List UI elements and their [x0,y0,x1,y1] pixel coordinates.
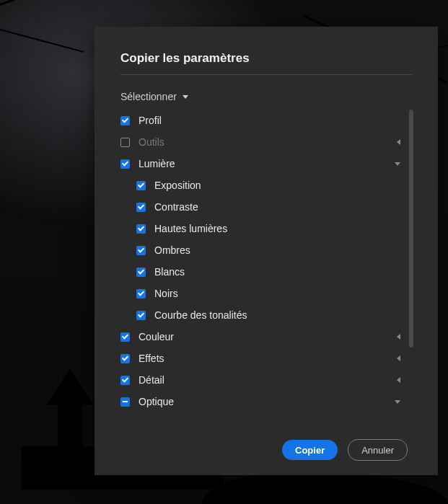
setting-row-blancs[interactable]: Blancs [120,261,400,283]
checkbox-effets[interactable] [120,354,130,363]
checkbox-courbe-tonalites[interactable] [136,311,146,320]
chevron-left-icon[interactable] [397,334,400,340]
setting-row-lumiere[interactable]: Lumière [120,153,400,174]
checkbox-couleur[interactable] [120,332,130,342]
select-dropdown[interactable]: Sélectionner [120,91,412,102]
setting-label: Profil [139,115,400,126]
cancel-button[interactable]: Annuler [348,439,408,461]
checkbox-profil[interactable] [120,116,130,125]
setting-label: Ombres [154,244,400,256]
setting-row-effets[interactable]: Effets [120,348,400,369]
checkbox-noirs[interactable] [136,289,146,299]
branch-decoration [0,29,84,53]
checkbox-outils[interactable] [120,138,130,147]
chevron-down-icon[interactable] [395,162,400,166]
chevron-left-icon[interactable] [397,355,400,361]
setting-row-couleur[interactable]: Couleur [120,326,400,348]
dialog-title: Copier les paramètres [120,51,412,75]
scrollbar[interactable] [409,110,413,348]
setting-label: Hautes lumières [154,223,400,234]
chevron-left-icon[interactable] [397,139,400,145]
settings-list: ProfilOutilsLumièreExpositionContrasteHa… [120,110,412,425]
setting-row-noirs[interactable]: Noirs [120,283,400,304]
copy-button[interactable]: Copier [282,440,338,460]
setting-label: Blancs [154,266,400,278]
checkbox-hautes-lumieres[interactable] [136,224,146,234]
setting-row-detail[interactable]: Détail [120,369,400,391]
setting-row-optique[interactable]: Optique [120,391,400,412]
checkbox-detail[interactable] [120,376,130,385]
chevron-down-icon[interactable] [395,400,400,404]
setting-row-contraste[interactable]: Contraste [120,196,400,218]
setting-row-outils[interactable]: Outils [120,131,400,153]
dialog-footer: Copier Annuler [120,425,412,475]
setting-row-hautes-lumieres[interactable]: Hautes lumières [120,218,400,239]
chevron-left-icon[interactable] [397,377,400,383]
setting-label: Couleur [139,331,397,342]
checkbox-lumiere[interactable] [120,159,130,169]
checkbox-exposition[interactable] [136,181,146,190]
setting-label: Courbe des tonalités [154,309,400,321]
checkbox-blancs[interactable] [136,268,146,277]
checkbox-ombres[interactable] [136,246,146,255]
checkbox-contraste[interactable] [136,203,146,212]
copy-settings-dialog: Copier les paramètres Sélectionner Profi… [95,27,438,475]
setting-row-ombres[interactable]: Ombres [120,239,400,261]
chevron-down-icon [183,95,188,99]
setting-label: Exposition [154,180,400,191]
silhouette-hill [202,472,448,504]
setting-label: Lumière [139,158,395,169]
setting-row-courbe-tonalites[interactable]: Courbe des tonalités [120,304,400,326]
setting-row-exposition[interactable]: Exposition [120,174,400,196]
select-label: Sélectionner [120,91,177,102]
setting-label: Outils [139,136,397,148]
setting-label: Contraste [154,201,400,213]
setting-row-profil[interactable]: Profil [120,110,400,131]
setting-label: Optique [139,396,395,407]
setting-label: Effets [139,353,397,364]
branch-decoration [0,0,123,6]
checkbox-optique[interactable] [120,397,130,407]
setting-label: Noirs [154,288,400,299]
setting-label: Détail [139,374,397,386]
